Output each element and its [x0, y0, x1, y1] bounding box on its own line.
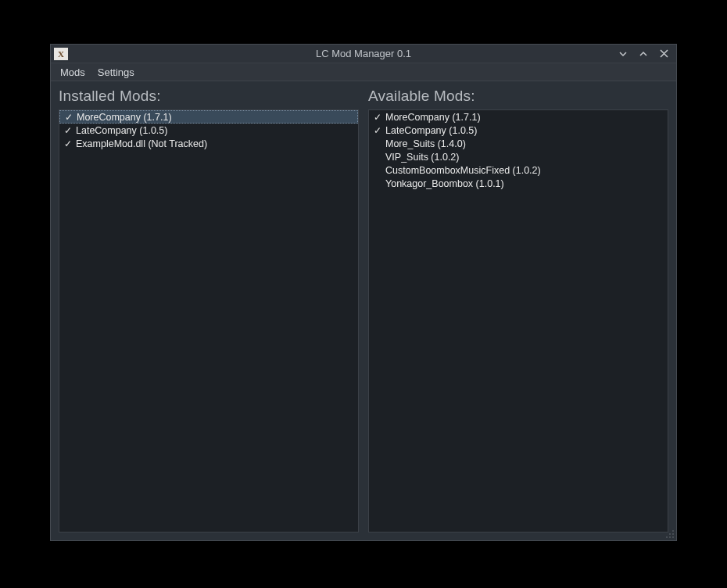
svg-point-5 — [672, 536, 674, 538]
menubar-item-settings[interactable]: Settings — [91, 65, 141, 80]
list-item[interactable]: VIP_Suits (1.0.2) — [369, 150, 668, 163]
list-item[interactable]: ✓LateCompany (1.0.5) — [369, 124, 668, 137]
resize-grip-icon — [664, 528, 675, 539]
checkmark-icon[interactable]: ✓ — [371, 125, 385, 136]
resize-grip[interactable] — [664, 528, 675, 539]
list-item[interactable]: CustomBoomboxMusicFixed (1.0.2) — [369, 163, 668, 177]
app-icon: X — [54, 48, 68, 60]
window-title: LC Mod Manager 0.1 — [316, 48, 411, 59]
chevron-down-icon — [618, 49, 628, 59]
installed-mods-panel: Installed Mods: ✓MoreCompany (1.7.1)✓Lat… — [59, 88, 359, 532]
panels: Installed Mods: ✓MoreCompany (1.7.1)✓Lat… — [59, 88, 668, 532]
list-item-label: ExampleMod.dll (Not Tracked) — [75, 138, 207, 149]
list-item-label: VIP_Suits (1.0.2) — [385, 152, 460, 163]
list-item-label: Yonkagor_Boombox (1.0.1) — [385, 178, 504, 189]
window-controls — [617, 48, 676, 60]
list-item-label: More_Suits (1.4.0) — [385, 138, 466, 149]
list-item[interactable]: ✓MoreCompany (1.7.1) — [59, 110, 358, 124]
checkmark-icon[interactable]: ✓ — [61, 138, 75, 149]
checkmark-icon[interactable]: ✓ — [371, 112, 385, 123]
close-icon — [660, 49, 668, 58]
app-window: X LC Mod Manager 0.1 Mods Settings Insta… — [50, 44, 677, 541]
available-mods-panel: Available Mods: ✓MoreCompany (1.7.1)✓Lat… — [368, 88, 668, 532]
content-area: Installed Mods: ✓MoreCompany (1.7.1)✓Lat… — [51, 81, 676, 540]
list-item-label: CustomBoomboxMusicFixed (1.0.2) — [385, 165, 541, 176]
list-item[interactable]: More_Suits (1.4.0) — [369, 137, 668, 150]
list-item[interactable]: Yonkagor_Boombox (1.0.1) — [369, 177, 668, 190]
checkmark-icon[interactable]: ✓ — [61, 125, 75, 136]
svg-point-2 — [672, 533, 674, 535]
installed-mods-list[interactable]: ✓MoreCompany (1.7.1)✓LateCompany (1.0.5)… — [59, 109, 359, 532]
menubar-item-mods[interactable]: Mods — [54, 65, 91, 80]
list-item[interactable]: ✓LateCompany (1.0.5) — [59, 124, 358, 137]
list-item[interactable]: ✓MoreCompany (1.7.1) — [369, 110, 668, 124]
svg-point-0 — [672, 530, 674, 532]
list-item-label: LateCompany (1.0.5) — [385, 125, 477, 136]
titlebar[interactable]: X LC Mod Manager 0.1 — [51, 45, 676, 63]
list-item-label: LateCompany (1.0.5) — [75, 125, 167, 136]
checkmark-icon[interactable]: ✓ — [62, 112, 76, 123]
svg-point-3 — [666, 536, 668, 538]
menubar: Mods Settings — [51, 63, 676, 81]
installed-mods-title: Installed Mods: — [59, 88, 359, 105]
chevron-up-icon — [639, 49, 648, 59]
svg-point-1 — [669, 533, 671, 535]
list-item-label: MoreCompany (1.7.1) — [385, 112, 481, 123]
close-button[interactable] — [657, 48, 670, 60]
maximize-button[interactable] — [637, 48, 650, 60]
minimize-button[interactable] — [617, 48, 629, 60]
svg-point-4 — [669, 536, 671, 538]
list-item[interactable]: ✓ExampleMod.dll (Not Tracked) — [59, 137, 358, 150]
available-mods-list[interactable]: ✓MoreCompany (1.7.1)✓LateCompany (1.0.5)… — [368, 109, 668, 532]
available-mods-title: Available Mods: — [368, 88, 668, 105]
list-item-label: MoreCompany (1.7.1) — [76, 112, 172, 123]
